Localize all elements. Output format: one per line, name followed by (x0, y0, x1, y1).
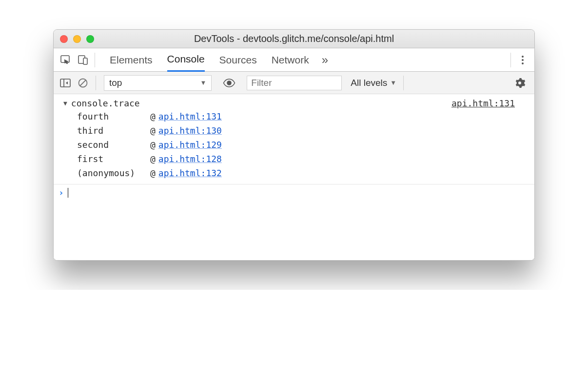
stack-frame-at: @ (150, 154, 156, 164)
devtools-menu-button[interactable] (514, 51, 531, 69)
toolbar-divider-1 (96, 76, 96, 90)
trace-label: console.trace (71, 98, 140, 108)
tab-sources[interactable]: Sources (219, 48, 257, 72)
more-tabs-button[interactable]: » (322, 53, 328, 67)
clear-console-icon[interactable] (74, 74, 92, 92)
stack-frame-link[interactable]: api.html:132 (158, 168, 222, 178)
window-close-button[interactable] (60, 35, 68, 43)
console-entry: ▼ console.trace api.html:131 (54, 96, 534, 110)
stack-frame-link[interactable]: api.html:131 (158, 111, 222, 122)
stack-frame-link[interactable]: api.html:130 (158, 125, 222, 136)
window-maximize-button[interactable] (86, 35, 94, 43)
tabbar-divider (95, 53, 95, 67)
tabbar-end-divider (510, 53, 511, 67)
svg-rect-2 (83, 58, 87, 64)
prompt-chevron-icon: › (59, 187, 64, 198)
svg-point-3 (522, 56, 524, 58)
window-title: DevTools - devtools.glitch.me/console/ap… (54, 33, 534, 44)
stack-frame-fn: second (77, 140, 150, 150)
stack-frame: (anonymous) @ api.html:132 (54, 167, 534, 181)
console-output: ▼ console.trace api.html:131 fourth @ ap… (54, 94, 534, 260)
stack-frame-fn: (anonymous) (77, 168, 150, 178)
svg-point-9 (518, 81, 521, 84)
execution-context-value: top (109, 78, 122, 88)
tab-elements[interactable]: Elements (110, 48, 153, 72)
stack-frame-fn: fourth (77, 111, 150, 122)
stack-frame: third @ api.html:130 (54, 124, 534, 139)
svg-point-5 (522, 62, 524, 64)
stack-frame-link[interactable]: api.html:128 (158, 154, 222, 164)
devtools-window: DevTools - devtools.glitch.me/console/ap… (53, 29, 535, 261)
stack-frame-fn: third (77, 125, 150, 136)
collapse-toggle-icon[interactable]: ▼ (63, 100, 67, 107)
source-link[interactable]: api.html:131 (451, 98, 515, 108)
stack-frame-at: @ (150, 125, 156, 136)
console-toolbar: top ▼ All levels ▼ (54, 72, 534, 94)
svg-point-8 (227, 81, 231, 85)
live-expression-icon[interactable] (220, 74, 238, 92)
tabs-container: Elements Console Sources Network (110, 48, 309, 72)
stack-frame: first @ api.html:128 (54, 153, 534, 167)
titlebar: DevTools - devtools.glitch.me/console/ap… (54, 30, 534, 48)
execution-context-select[interactable]: top ▼ (104, 75, 212, 91)
inspect-element-icon[interactable] (57, 51, 74, 69)
chevron-down-icon: ▼ (390, 79, 396, 86)
window-minimize-button[interactable] (73, 35, 81, 43)
devtools-tabbar: Elements Console Sources Network » (54, 48, 534, 72)
stack-frame-at: @ (150, 111, 156, 122)
console-prompt-row: › (54, 184, 534, 201)
stack-frame-fn: first (77, 154, 150, 164)
filter-input[interactable] (247, 76, 342, 90)
console-input[interactable] (68, 188, 68, 198)
window-traffic-lights (60, 35, 94, 43)
svg-rect-6 (60, 79, 70, 87)
toolbar-divider-2 (403, 76, 404, 90)
stack-frame: fourth @ api.html:131 (54, 110, 534, 124)
tab-console[interactable]: Console (167, 48, 205, 72)
log-levels-label: All levels (351, 78, 387, 88)
toggle-console-sidebar-icon[interactable] (57, 74, 74, 92)
stack-frame-at: @ (150, 140, 156, 150)
tab-network[interactable]: Network (272, 48, 309, 72)
stack-frame: second @ api.html:129 (54, 139, 534, 153)
chevron-down-icon: ▼ (200, 79, 206, 86)
stack-frame-at: @ (150, 168, 156, 178)
console-settings-icon[interactable] (511, 74, 529, 92)
device-toggle-icon[interactable] (74, 51, 92, 69)
stack-frame-link[interactable]: api.html:129 (158, 140, 222, 150)
log-levels-select[interactable]: All levels ▼ (351, 78, 396, 88)
svg-point-4 (522, 59, 524, 61)
